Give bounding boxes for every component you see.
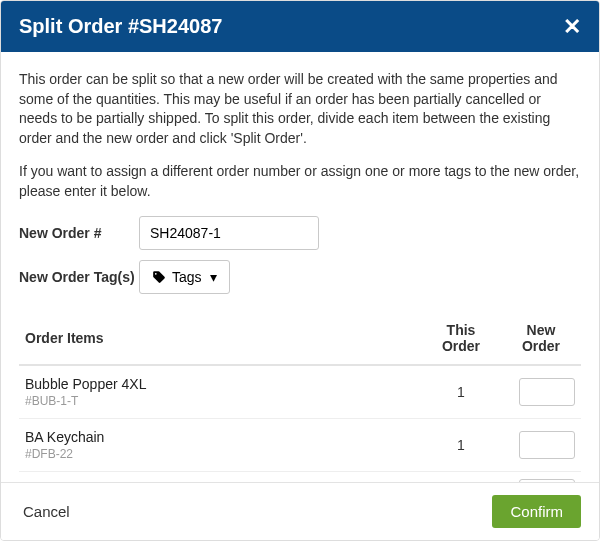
order-items-table: Order Items This Order New Order Bubble … [19,312,581,482]
modal-header: Split Order #SH24087 ✕ [1,1,599,52]
table-row: BA Keychain #DFB-22 1 [19,418,581,471]
total-value: $42.00 [421,471,501,482]
chevron-down-icon: ▾ [210,269,217,285]
total-row: Order Total $42.00 [19,471,581,482]
item-name: BA Keychain [25,429,415,445]
split-order-modal: Split Order #SH24087 ✕ This order can be… [0,0,600,541]
new-order-qty-input[interactable] [519,378,575,406]
col-header-items: Order Items [19,312,421,365]
item-sku: #DFB-22 [25,447,415,461]
col-header-this-order: This Order [421,312,501,365]
modal-body: This order can be split so that a new or… [1,52,599,482]
new-order-number-input[interactable] [139,216,319,250]
description-1: This order can be split so that a new or… [19,70,581,148]
item-name: Bubble Popper 4XL [25,376,415,392]
tags-dropdown-button[interactable]: Tags ▾ [139,260,230,294]
new-order-number-label: New Order # [19,225,139,241]
description-2: If you want to assign a different order … [19,162,581,201]
confirm-button[interactable]: Confirm [492,495,581,528]
modal-title: Split Order #SH24087 [19,15,222,38]
total-label: Order Total [19,471,421,482]
item-sku: #BUB-1-T [25,394,415,408]
new-order-number-row: New Order # [19,216,581,250]
col-header-new-order: New Order [501,312,581,365]
cancel-button[interactable]: Cancel [19,497,74,526]
tag-icon [152,270,166,284]
modal-footer: Cancel Confirm [1,482,599,540]
tags-button-label: Tags [172,269,202,285]
new-order-tags-row: New Order Tag(s) Tags ▾ [19,260,581,294]
this-order-qty: 1 [421,418,501,471]
new-order-tags-label: New Order Tag(s) [19,269,139,285]
new-order-qty-input[interactable] [519,431,575,459]
this-order-qty: 1 [421,365,501,419]
close-icon[interactable]: ✕ [563,16,581,38]
table-row: Bubble Popper 4XL #BUB-1-T 1 [19,365,581,419]
